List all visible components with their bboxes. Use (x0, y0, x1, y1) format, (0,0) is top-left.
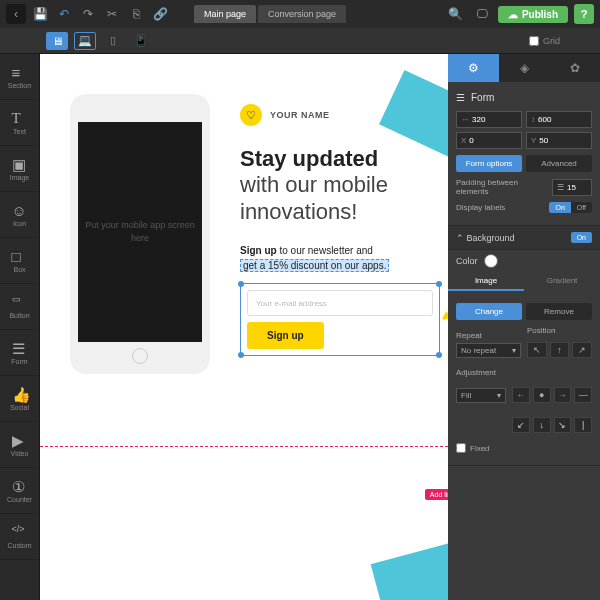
adj-3[interactable]: → (554, 387, 572, 403)
tool-social[interactable]: 👍Social (0, 376, 39, 422)
publish-button[interactable]: ☁Publish (498, 6, 568, 23)
tool-image[interactable]: ▣Image (0, 146, 39, 192)
adj-1[interactable]: ← (512, 387, 530, 403)
signup-button[interactable]: Sign up (247, 322, 324, 349)
top-toolbar: ‹ 💾 ↶ ↷ ✂ ⎘ 🔗 Main page Conversion page … (0, 0, 600, 28)
phone-mockup[interactable]: Put your mobile app screen here (70, 94, 210, 374)
adj-5[interactable]: ↙ (512, 417, 530, 433)
tool-custom[interactable]: </>Custom (0, 514, 39, 560)
element-type-label: ☰ Form (456, 88, 592, 107)
color-picker[interactable] (484, 254, 498, 268)
back-button[interactable]: ‹ (6, 4, 26, 24)
redo-icon[interactable]: ↷ (78, 4, 98, 24)
form-icon: ☰ (456, 92, 465, 103)
background-section-header[interactable]: ⌃ Background On (448, 226, 600, 250)
tool-box[interactable]: □Box (0, 238, 39, 284)
tool-video[interactable]: ▶Video (0, 422, 39, 468)
tab-main-page[interactable]: Main page (194, 5, 256, 23)
layers-tab-icon[interactable]: ◈ (499, 54, 550, 82)
grid-toggle[interactable]: Grid (529, 36, 560, 46)
position-label: Position (527, 326, 592, 335)
device-bar: 🖥 💻 ▯ 📱 Grid (0, 28, 600, 54)
subheadline[interactable]: Sign up to our newsletter and get a 15% … (240, 243, 440, 273)
form-options-button[interactable]: Form options (456, 155, 522, 172)
tool-palette: ≡Section TText ▣Image ☺Icon □Box ▭Button… (0, 54, 40, 600)
image-tab[interactable]: Image (448, 272, 524, 291)
y-input[interactable]: Y50 (526, 132, 592, 149)
phone-icon[interactable]: 📱 (130, 32, 152, 50)
fill-select[interactable]: Fill▾ (456, 388, 506, 403)
display-labels-label: Display labels (456, 203, 505, 212)
tool-text[interactable]: TText (0, 100, 39, 146)
highlighted-text[interactable]: get a 15% discount on our apps. (240, 259, 389, 272)
remove-button[interactable]: Remove (526, 303, 592, 320)
arrow-decoration (435, 284, 448, 324)
heart-icon: ♡ (240, 104, 262, 126)
padding-label: Padding between elements (456, 178, 552, 196)
link-icon[interactable]: 🔗 (150, 4, 170, 24)
properties-panel: ⚙ ◈ ✿ ☰ Form ↔320 ↕600 X0 Y50 Form optio… (448, 54, 600, 600)
display-labels-toggle[interactable]: OnOff (549, 202, 592, 213)
copy-icon[interactable]: ⎘ (126, 4, 146, 24)
preview-icon[interactable]: 🖵 (472, 4, 492, 24)
brand-row[interactable]: ♡ YOUR NAME (240, 104, 440, 126)
change-button[interactable]: Change (456, 303, 522, 320)
guide-line (40, 446, 448, 447)
tool-form[interactable]: ☰Form (0, 330, 39, 376)
repeat-select[interactable]: No repeat▾ (456, 343, 521, 358)
advanced-button[interactable]: Advanced (526, 155, 592, 172)
cut-icon[interactable]: ✂ (102, 4, 122, 24)
padding-input[interactable]: ☰15 (552, 179, 592, 196)
pos-t[interactable]: ↑ (550, 342, 570, 358)
phone-screen-placeholder: Put your mobile app screen here (78, 122, 202, 342)
tool-button[interactable]: ▭Button (0, 284, 39, 330)
search-icon[interactable]: 🔍 (446, 4, 466, 24)
gradient-tab[interactable]: Gradient (524, 272, 600, 291)
pos-tl[interactable]: ↖ (527, 342, 547, 358)
fixed-checkbox[interactable]: Fixed (456, 443, 490, 453)
pos-tr[interactable]: ↗ (572, 342, 592, 358)
tool-section[interactable]: ≡Section (0, 54, 39, 100)
height-input[interactable]: ↕600 (526, 111, 592, 128)
undo-icon[interactable]: ↶ (54, 4, 74, 24)
x-input[interactable]: X0 (456, 132, 522, 149)
laptop-icon[interactable]: 💻 (74, 32, 96, 50)
settings-tab-icon[interactable]: ⚙ (448, 54, 499, 82)
adj-4[interactable]: — (574, 387, 592, 403)
tab-conversion-page[interactable]: Conversion page (258, 5, 346, 23)
desktop-icon[interactable]: 🖥 (46, 32, 68, 50)
phone-home-button (132, 348, 148, 364)
decorative-shape (371, 538, 448, 600)
save-icon[interactable]: 💾 (30, 4, 50, 24)
add-line-button[interactable]: Add line ? (425, 489, 448, 500)
adjustment-label: Adjustment (456, 368, 592, 377)
headline[interactable]: Stay updated with our mobile innovations… (240, 146, 440, 225)
width-input[interactable]: ↔320 (456, 111, 522, 128)
canvas-area[interactable]: Put your mobile app screen here ♡ YOUR N… (40, 54, 448, 600)
brand-text: YOUR NAME (270, 110, 330, 120)
help-button[interactable]: ? (574, 4, 594, 24)
tool-icon[interactable]: ☺Icon (0, 192, 39, 238)
adj-6[interactable]: ↓ (533, 417, 551, 433)
email-field[interactable]: Your e-mail address (247, 290, 433, 316)
tool-counter[interactable]: ①Counter (0, 468, 39, 514)
color-label: Color (456, 256, 478, 266)
tablet-icon[interactable]: ▯ (102, 32, 124, 50)
adj-7[interactable]: ↘ (554, 417, 572, 433)
gear-tab-icon[interactable]: ✿ (549, 54, 600, 82)
selected-form-element[interactable]: Your e-mail address Sign up (240, 283, 440, 356)
adj-8[interactable]: | (574, 417, 592, 433)
repeat-label: Repeat (456, 331, 521, 340)
adj-2[interactable]: ● (533, 387, 551, 403)
